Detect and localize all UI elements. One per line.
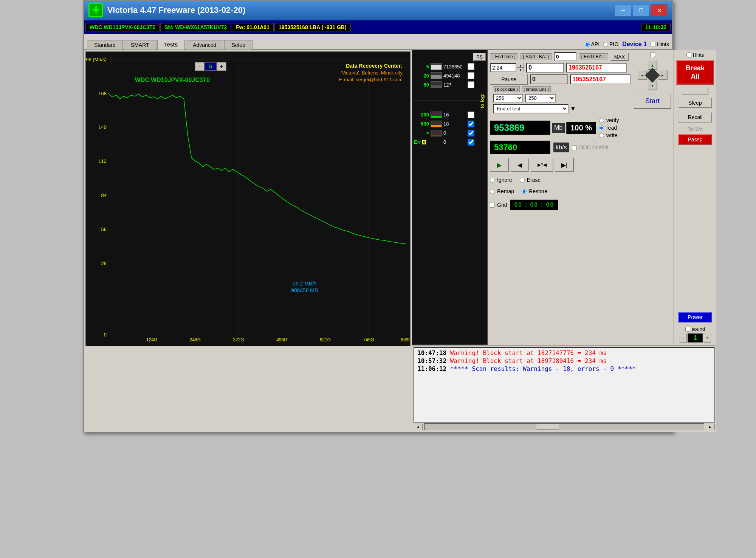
hist-check-err[interactable] <box>468 139 474 146</box>
minimize-button[interactable]: ─ <box>615 4 631 16</box>
hist-check-50[interactable] <box>468 81 474 88</box>
main-content: 196 (Mb/s) 168 140 112 84 56 28 0 124G 2… <box>84 50 672 432</box>
hist-check-200[interactable] <box>468 112 474 118</box>
firmware: Fw: 01.01A01 <box>232 23 274 31</box>
end-test-dropdown-arrow[interactable]: ▼ <box>570 105 576 112</box>
close-button[interactable]: ✕ <box>651 4 668 16</box>
hist-label-err: Err X <box>414 139 429 145</box>
tab-setup[interactable]: Setup <box>224 40 253 50</box>
hist-count-20: 494148 <box>443 73 466 79</box>
stepper-plus[interactable]: + <box>703 333 711 343</box>
end-time-label: [ End time ] <box>490 53 518 60</box>
hist-check-600[interactable] <box>468 121 474 127</box>
end-lba-value2[interactable] <box>570 74 631 84</box>
svg-text:0: 0 <box>104 332 107 338</box>
api-radio[interactable]: API <box>585 41 600 47</box>
end-lba-value[interactable] <box>566 63 627 73</box>
maximize-button[interactable]: □ <box>633 4 649 16</box>
start-button[interactable]: Start <box>634 93 671 109</box>
log-panel[interactable]: 10:47:18 Warning! Block start at 1827147… <box>414 347 715 423</box>
speed-display: 53760 <box>490 141 550 154</box>
ignore-radio[interactable]: Ignore <box>490 177 512 183</box>
rs-button[interactable]: RS <box>473 53 486 61</box>
nav-checkbox[interactable] <box>650 52 655 57</box>
log-entry-2: 10:57:32 Warning! Block start at 1897180… <box>417 357 711 364</box>
scroll-left-btn[interactable]: ◄ <box>414 423 423 430</box>
timeout-select[interactable]: 250 500 1000 <box>525 94 556 102</box>
hist-check-20[interactable] <box>468 72 474 79</box>
hist-row-20: 20 494148 <box>414 72 486 79</box>
svg-text:621G: 621G <box>320 337 331 343</box>
percent-display: 100 % <box>566 122 596 134</box>
read-radio[interactable]: read <box>599 125 619 131</box>
performance-chart: 196 (Mb/s) 168 140 112 84 56 28 0 124G 2… <box>86 52 410 346</box>
recall-button[interactable]: Recall <box>678 112 712 122</box>
pause-lba <box>530 74 568 84</box>
hist-check-gt[interactable] <box>468 130 474 136</box>
log-container: 10:47:18 Warning! Block start at 1827147… <box>412 345 716 432</box>
block-size-select[interactable]: 256 512 1024 <box>493 94 523 102</box>
chart-area: 196 (Mb/s) 168 140 112 84 56 28 0 124G 2… <box>85 51 411 346</box>
time-spin-down[interactable]: ▼ <box>517 68 524 72</box>
erase-radio[interactable]: Erase <box>520 177 541 183</box>
svg-text:5: 5 <box>209 64 212 70</box>
remap-radio[interactable]: Remap <box>490 188 514 194</box>
grid-checkbox-group[interactable]: Grid <box>490 202 507 208</box>
break-all-button[interactable]: BreakAll <box>676 60 714 85</box>
scroll-track[interactable] <box>424 423 704 430</box>
svg-text:'Victoria', Belarus, Minsk cit: 'Victoria', Belarus, Minsk city <box>341 70 403 76</box>
end-time-input[interactable] <box>490 63 516 72</box>
end-test-select[interactable]: End of test Ignore errors Halt on error <box>493 104 569 113</box>
power-button[interactable]: Power <box>678 312 712 322</box>
small-gray-btn[interactable] <box>682 87 708 95</box>
hist-check-5[interactable] <box>468 63 474 70</box>
hist-row-5: 5 7136650 <box>414 63 486 70</box>
pio-radio[interactable]: PIO <box>603 41 618 47</box>
rewind-button[interactable]: ◀ <box>510 158 529 172</box>
grid-checkbox[interactable] <box>490 203 495 208</box>
max-button[interactable]: MAX <box>610 53 629 61</box>
tab-tests[interactable]: Tests <box>157 40 185 50</box>
svg-text:908458 MB: 908458 MB <box>291 287 318 293</box>
ddd-checkbox[interactable] <box>572 145 577 150</box>
stepper-minus[interactable]: - <box>679 333 687 343</box>
tab-advanced[interactable]: Advanced <box>186 40 223 50</box>
hints-label2: Hints <box>693 52 704 58</box>
hist-count-5: 7136650 <box>443 64 466 70</box>
rd-label: Rd <box>688 126 694 132</box>
sound-checkbox[interactable] <box>685 327 690 332</box>
start-lba-input[interactable] <box>554 52 576 61</box>
time-spin-up[interactable]: ▲ <box>517 63 524 68</box>
hist-label-5: 5 <box>414 64 429 70</box>
scroll-right-btn[interactable]: ► <box>706 423 715 430</box>
block-size-label: [ block size ] <box>493 86 520 92</box>
hist-label-600: 600 <box>414 121 429 127</box>
end-button[interactable]: ▶| <box>555 158 574 172</box>
start-lba-value[interactable] <box>526 63 564 73</box>
verify-radio[interactable]: verify <box>599 117 619 123</box>
hints-group[interactable]: Hints <box>686 52 704 58</box>
hist-row-gt: > 0 <box>414 130 486 136</box>
write-radio[interactable]: write <box>599 132 619 138</box>
restore-radio[interactable]: Restore <box>522 188 547 194</box>
hints-checkbox2[interactable] <box>686 53 691 57</box>
bottom-controls-row: Grid 00 : 00 : 00 <box>490 200 671 210</box>
rd-wrt-row: Rd Wrt <box>688 126 703 132</box>
remap-label: Remap <box>497 188 514 194</box>
pause-button[interactable]: Pause <box>490 74 528 85</box>
hist-row-err: Err X 0 <box>414 139 486 146</box>
hist-count-gt: 0 <box>443 130 466 136</box>
hints-checkbox[interactable] <box>651 42 655 47</box>
step-button[interactable]: ▶?◀ <box>531 158 553 172</box>
sleep-button[interactable]: Sleep <box>678 98 712 108</box>
tab-standard[interactable]: Standard <box>87 40 123 50</box>
hist-row-50: 50 127 <box>414 81 486 88</box>
timer-display: 00 : 00 : 00 <box>510 200 558 210</box>
ignore-label: Ignore <box>497 177 512 183</box>
tab-smart[interactable]: SMART <box>124 40 156 50</box>
scroll-thumb[interactable] <box>536 424 559 430</box>
play-button[interactable]: ▶ <box>490 158 509 172</box>
passp-button[interactable]: Passp <box>678 134 712 145</box>
actions-row2: Remap Restore <box>490 188 671 194</box>
stepper-value: 1 <box>688 333 703 343</box>
